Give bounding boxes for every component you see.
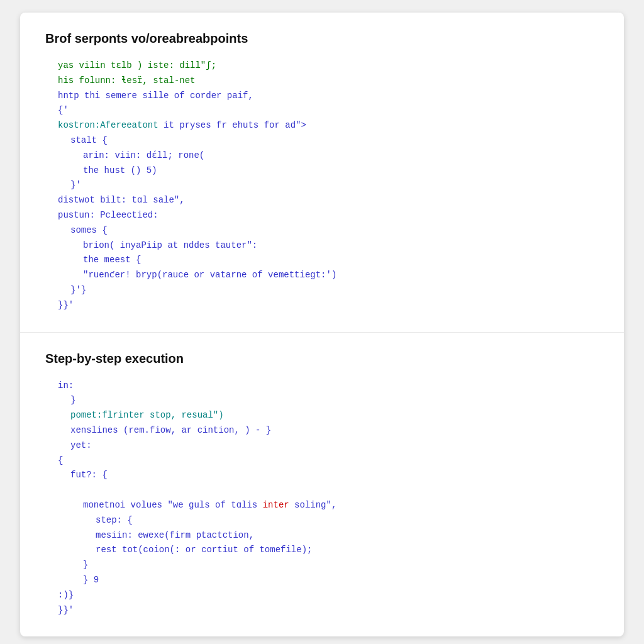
code-text: somes { <box>70 225 108 235</box>
code-line: stalt { <box>45 133 599 148</box>
code-text-highlight: inter <box>263 500 289 510</box>
code-text: mesiin: ewexe(firm ptactction, <box>96 530 254 540</box>
code-text: } <box>83 560 88 570</box>
section-2: Step-by-step execution in: } pomet:flrin… <box>20 333 624 637</box>
code-line: mesiin: ewexe(firm ptactction, <box>45 528 599 543</box>
code-text: soling", <box>289 500 337 510</box>
section-1-title: Brof serponts vo/oreabreabpoints <box>45 31 599 46</box>
code-text: hntp thi semere sille of corder paif, <box>58 91 253 101</box>
section-1: Brof serponts vo/oreabreabpoints yas vil… <box>20 13 624 333</box>
code-text: step: { <box>96 515 133 525</box>
code-line: brion( inyaPiip at nddes tauter": <box>45 238 599 253</box>
code-line: pomet:flrinter stop, resual") <box>45 408 599 423</box>
code-text: his folunn: ɬesɪ̈, stal-net <box>58 75 196 86</box>
code-line: yet: <box>45 438 599 453</box>
code-line: in: <box>45 379 599 394</box>
code-line: {' <box>45 103 599 118</box>
code-line: rest tot(coion(: or cortiut of tomefile)… <box>45 543 599 558</box>
section-2-title: Step-by-step execution <box>45 352 599 366</box>
code-text: }' <box>70 180 81 190</box>
code-line: distwot bilt: tɑl sale", <box>45 193 599 208</box>
code-text: }'} <box>70 285 86 295</box>
code-line: arin: viin: dɛ́ll; rone( <box>45 148 599 164</box>
code-line: } <box>45 558 599 573</box>
code-line: }}' <box>45 298 599 313</box>
code-text: rest tot(coion(: or cortiut of tomefile)… <box>96 545 312 555</box>
code-text: pustun: Pcleectied: <box>58 210 158 220</box>
code-line: the hust () 5) <box>45 164 599 179</box>
code-text: "ruenƈer! bryp(rauce or vatarne of vemet… <box>83 270 336 280</box>
code-line: hntp thi semere sille of corder paif, <box>45 89 599 104</box>
code-text: { <box>58 455 63 465</box>
code-text: yas vilin tɛlb ) iste: dill"ʃ; <box>58 60 216 70</box>
code-line: pustun: Pcleectied: <box>45 208 599 223</box>
code-text: brion( inyaPiip at nddes tauter": <box>83 240 257 250</box>
code-line: }' <box>45 178 599 193</box>
code-text: :)} <box>58 590 74 600</box>
code-line: "ruenƈer! bryp(rauce or vatarne of vemet… <box>45 268 599 283</box>
code-block-2: in: } pomet:flrinter stop, resual") xens… <box>45 379 599 618</box>
code-text: fut?: { <box>70 470 108 480</box>
code-line: his folunn: ɬesɪ̈, stal-net <box>45 74 599 89</box>
code-line: :)} <box>45 588 599 603</box>
code-text: {' <box>58 105 69 115</box>
code-text: in: <box>58 380 74 391</box>
code-line: }'} <box>45 283 599 298</box>
code-text: arin: viin: dɛ́ll; rone( <box>83 150 204 160</box>
code-text: monetnoi volues "we guls of tɑlis <box>83 500 263 510</box>
code-text: distwot bilt: tɑl sale", <box>58 195 185 205</box>
code-line: step: { <box>45 513 599 528</box>
code-text: pomet:flrinter stop, resual") <box>70 410 224 420</box>
code-text: yet: <box>70 440 92 450</box>
code-text: it pryses fr ehuts for ad"> <box>158 120 306 130</box>
code-line: yas vilin tɛlb ) iste: dill"ʃ; <box>45 58 599 74</box>
code-line: { <box>45 453 599 469</box>
code-text: }}' <box>58 300 74 310</box>
code-line <box>45 483 599 498</box>
code-line: } <box>45 393 599 408</box>
code-text: xenslines (rem.fiow, ar cintion, ) - } <box>70 425 271 435</box>
code-text: the hust () 5) <box>83 165 157 175</box>
page-container: Brof serponts vo/oreabreabpoints yas vil… <box>20 13 624 636</box>
code-text: kostron:Afereeatont <box>58 120 158 130</box>
code-line: monetnoi volues "we guls of tɑlis inter … <box>45 498 599 513</box>
code-line: } 9 <box>45 573 599 588</box>
code-text: stalt { <box>70 135 108 145</box>
code-text: } <box>70 395 75 405</box>
code-block-1: yas vilin tɛlb ) iste: dill"ʃ; his folun… <box>45 58 599 313</box>
code-line: }}' <box>45 603 599 618</box>
code-line: fut?: { <box>45 468 599 483</box>
code-line: the meest { <box>45 253 599 268</box>
code-text: }}' <box>58 605 74 615</box>
code-line: kostron:Afereeatont it pryses fr ehuts f… <box>45 118 599 133</box>
code-line: somes { <box>45 223 599 238</box>
code-line: xenslines (rem.fiow, ar cintion, ) - } <box>45 423 599 438</box>
code-text: } 9 <box>83 575 99 585</box>
code-text: the meest { <box>83 255 141 265</box>
